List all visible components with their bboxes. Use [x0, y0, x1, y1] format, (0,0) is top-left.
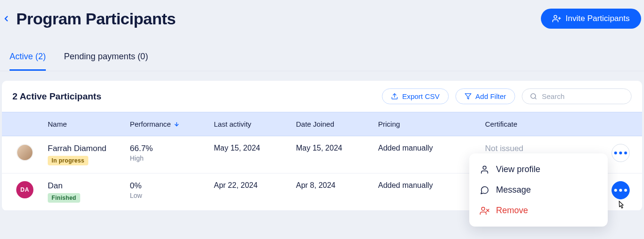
- col-name[interactable]: Name: [48, 120, 130, 128]
- filter-icon: [465, 93, 472, 100]
- svg-point-12: [482, 207, 485, 210]
- svg-point-11: [483, 166, 486, 169]
- back-arrow-icon[interactable]: [2, 14, 11, 23]
- filter-label: Add Filter: [475, 92, 506, 100]
- invite-label: Invite Participants: [566, 14, 630, 23]
- sort-desc-icon: [174, 121, 179, 127]
- svg-point-9: [619, 152, 622, 154]
- more-horizontal-icon: [612, 144, 629, 162]
- search-icon: [530, 93, 537, 100]
- participants-panel: 2 Active Participants Export CSV Add Fil…: [2, 81, 642, 211]
- avatar[interactable]: DA: [16, 181, 33, 198]
- table-row: DA Dan Finished 0% Low Apr 22, 2024 Apr …: [2, 174, 642, 211]
- performance-value: 66.7%: [130, 144, 214, 153]
- message-icon: [480, 185, 489, 195]
- participant-name[interactable]: Dan: [48, 181, 130, 191]
- col-performance-label: Performance: [130, 120, 171, 128]
- menu-message-label: Message: [496, 185, 531, 195]
- row-actions-button[interactable]: [612, 181, 630, 199]
- avatar[interactable]: [16, 144, 33, 161]
- col-performance[interactable]: Performance: [130, 120, 214, 128]
- search-input[interactable]: [542, 92, 623, 100]
- svg-point-10: [624, 152, 627, 154]
- col-certificate[interactable]: Certificate: [485, 120, 581, 128]
- status-badge: In progress: [48, 156, 88, 165]
- panel-title: 2 Active Participants: [12, 91, 101, 102]
- col-date-joined[interactable]: Date Joined: [296, 120, 378, 128]
- person-remove-icon: [480, 206, 489, 216]
- row-actions-button[interactable]: [612, 144, 630, 162]
- pricing: Added manually: [378, 144, 485, 152]
- export-label: Export CSV: [402, 92, 439, 100]
- table-header: Name Performance Last activity Date Join…: [2, 112, 642, 136]
- menu-remove-label: Remove: [496, 206, 528, 216]
- menu-view-profile-label: View profile: [496, 164, 540, 174]
- tab-pending-payments[interactable]: Pending payments (0): [64, 52, 148, 71]
- col-last-activity[interactable]: Last activity: [214, 120, 296, 128]
- participant-name[interactable]: Farrah Diamond: [48, 144, 130, 153]
- svg-point-14: [619, 189, 622, 192]
- menu-remove[interactable]: Remove: [469, 200, 608, 221]
- certificate: Not issued: [485, 144, 581, 153]
- row-actions-menu: View profile Message Remove: [469, 153, 608, 227]
- date-joined: Apr 8, 2024: [296, 181, 378, 190]
- person-icon: [480, 165, 489, 174]
- export-csv-button[interactable]: Export CSV: [382, 88, 448, 104]
- performance-label: Low: [130, 192, 214, 199]
- invite-participants-button[interactable]: Invite Participants: [541, 9, 641, 29]
- tabs: Active (2) Pending payments (0): [0, 29, 644, 71]
- svg-line-6: [535, 98, 536, 99]
- performance-label: High: [130, 154, 214, 162]
- svg-point-13: [614, 189, 617, 192]
- svg-point-8: [614, 152, 617, 154]
- upload-icon: [391, 93, 398, 100]
- more-horizontal-icon: [612, 182, 629, 199]
- last-activity: May 15, 2024: [214, 144, 296, 152]
- search-field[interactable]: [522, 88, 632, 104]
- performance-value: 0%: [130, 181, 214, 191]
- date-joined: May 15, 2024: [296, 144, 378, 152]
- person-plus-icon: [552, 14, 561, 23]
- menu-message[interactable]: Message: [469, 180, 608, 200]
- tab-active[interactable]: Active (2): [10, 52, 46, 71]
- menu-view-profile[interactable]: View profile: [469, 159, 608, 180]
- page-title: Program Participants: [16, 10, 176, 28]
- svg-point-0: [554, 15, 557, 18]
- last-activity: Apr 22, 2024: [214, 181, 296, 190]
- col-pricing[interactable]: Pricing: [378, 120, 485, 128]
- svg-marker-4: [465, 94, 471, 99]
- add-filter-button[interactable]: Add Filter: [455, 88, 515, 104]
- svg-point-15: [624, 189, 627, 192]
- status-badge: Finished: [48, 193, 80, 203]
